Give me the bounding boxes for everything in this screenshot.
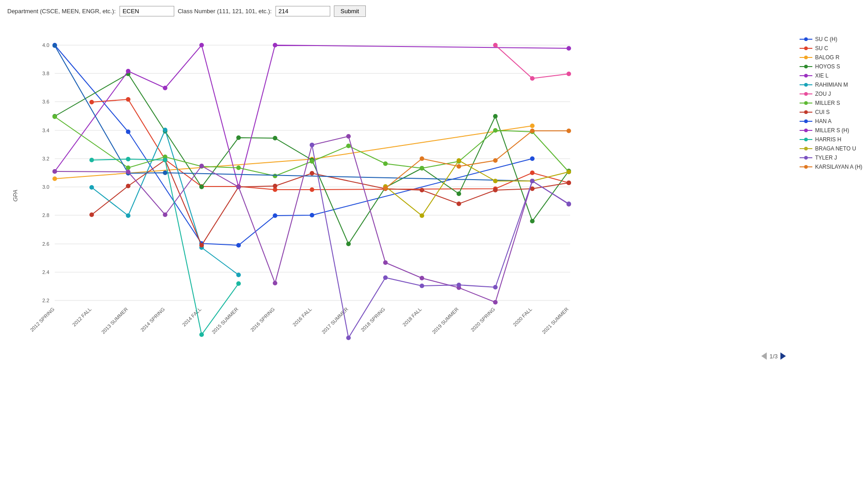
svg-point-107 (457, 202, 461, 206)
svg-point-173 (804, 119, 808, 123)
legend-label-7: MILLER S (815, 100, 840, 106)
svg-point-155 (804, 37, 808, 41)
legend-item-12: BRAGA NETO U (800, 145, 863, 152)
svg-point-165 (804, 83, 808, 87)
svg-point-124 (420, 276, 424, 280)
svg-text:2015 SUMMER: 2015 SUMMER (211, 306, 239, 335)
svg-text:2014 SPRING: 2014 SPRING (140, 306, 166, 333)
legend-item-9: HAN A (800, 118, 863, 124)
svg-point-106 (420, 188, 424, 192)
svg-point-54 (530, 124, 535, 128)
legend-item-13: TYLER J (800, 155, 863, 161)
svg-point-81 (493, 43, 498, 47)
svg-point-84 (52, 114, 57, 119)
svg-point-36 (126, 129, 130, 134)
svg-point-101 (199, 243, 204, 248)
submit-button[interactable]: Submit (334, 5, 366, 17)
svg-point-78 (163, 128, 167, 132)
svg-point-171 (804, 110, 808, 114)
svg-point-132 (199, 332, 204, 337)
svg-point-145 (493, 285, 498, 290)
svg-point-126 (493, 300, 498, 305)
class-input[interactable] (275, 6, 330, 16)
legend-item-14: KARSILAYAN A (H) (800, 164, 863, 170)
legend-line-icon (800, 146, 812, 151)
svg-point-123 (383, 260, 388, 265)
svg-point-131 (163, 158, 167, 162)
chart-wrapper: GPA .axis-text { font-size: 11px; fill: … (5, 31, 790, 360)
svg-point-92 (383, 161, 388, 166)
svg-point-98 (89, 212, 94, 217)
legend-line-icon (800, 91, 812, 97)
legend-label-5: RAHIMIAN M (815, 82, 848, 88)
legend-line-icon (800, 73, 812, 78)
svg-text:2012 SPRING: 2012 SPRING (29, 306, 56, 333)
legend-item-10: MILLER S (H) (800, 127, 863, 134)
svg-point-149 (420, 156, 424, 161)
svg-point-52 (52, 176, 57, 181)
svg-point-181 (804, 156, 808, 160)
svg-point-82 (530, 76, 535, 81)
svg-point-93 (420, 166, 424, 171)
svg-point-62 (346, 242, 351, 246)
svg-point-50 (530, 171, 535, 175)
svg-point-58 (199, 185, 204, 189)
next-page-button[interactable] (780, 352, 786, 360)
svg-point-74 (273, 43, 277, 47)
svg-point-95 (493, 128, 498, 133)
svg-point-71 (163, 86, 167, 90)
svg-point-108 (493, 188, 498, 192)
prev-page-button[interactable] (761, 352, 767, 360)
svg-point-117 (163, 212, 167, 217)
svg-point-146 (530, 179, 535, 183)
svg-point-67 (530, 219, 535, 223)
svg-point-139 (567, 170, 571, 174)
svg-point-130 (126, 157, 130, 161)
svg-point-70 (126, 69, 130, 73)
svg-text:3.4: 3.4 (42, 128, 49, 133)
svg-point-177 (804, 138, 808, 141)
legend-item-6: ZOU J (800, 91, 863, 97)
svg-text:2020 FALL: 2020 FALL (512, 306, 533, 327)
svg-point-80 (236, 273, 241, 277)
legend-label-0: SU C (H) (815, 36, 837, 42)
svg-point-66 (493, 114, 498, 119)
svg-point-43 (126, 97, 130, 102)
svg-point-59 (236, 135, 241, 140)
dept-input[interactable] (120, 6, 174, 16)
svg-point-157 (804, 47, 808, 50)
svg-text:2016 FALL: 2016 FALL (291, 306, 312, 327)
top-bar: Department (CSCE, MEEN, ENGR, etc.): Cla… (0, 0, 868, 22)
svg-text:2019 SUMMER: 2019 SUMMER (431, 306, 460, 335)
chart-area: GPA .axis-text { font-size: 11px; fill: … (0, 22, 868, 364)
legend-item-3: HOYOS S (800, 63, 863, 70)
legend: SU C (H)SU CBALOG RHOYOS SXIE LRAHIMIAN … (790, 31, 863, 360)
legend-line-icon (800, 55, 812, 60)
svg-point-72 (199, 43, 204, 47)
legend-label-13: TYLER J (815, 155, 837, 161)
legend-item-11: HARRIS H (800, 136, 863, 143)
legend-line-icon (800, 155, 812, 160)
legend-label-2: BALOG R (815, 54, 839, 61)
legend-line-icon (800, 100, 812, 106)
legend-item-2: BALOG R (800, 54, 863, 61)
page-indicator: 1/3 (769, 353, 778, 360)
svg-text:4.0: 4.0 (42, 42, 49, 48)
svg-point-159 (804, 56, 808, 59)
svg-point-144 (457, 283, 461, 287)
main-chart: .axis-text { font-size: 11px; fill: #555… (23, 31, 607, 351)
svg-text:2018 SPRING: 2018 SPRING (360, 306, 386, 333)
legend-label-1: SU C (815, 45, 828, 52)
legend-line-icon (800, 46, 812, 51)
svg-point-60 (273, 136, 277, 140)
svg-point-110 (567, 181, 571, 185)
svg-text:2013 SUMMER: 2013 SUMMER (100, 306, 129, 335)
svg-point-39 (273, 213, 277, 218)
svg-point-153 (567, 129, 571, 133)
svg-point-118 (199, 164, 204, 168)
pagination: 1/3 (5, 352, 790, 360)
svg-point-115 (52, 169, 57, 174)
svg-text:3.8: 3.8 (42, 71, 49, 76)
legend-line-icon (800, 137, 812, 142)
legend-label-3: HOYOS S (815, 63, 840, 70)
